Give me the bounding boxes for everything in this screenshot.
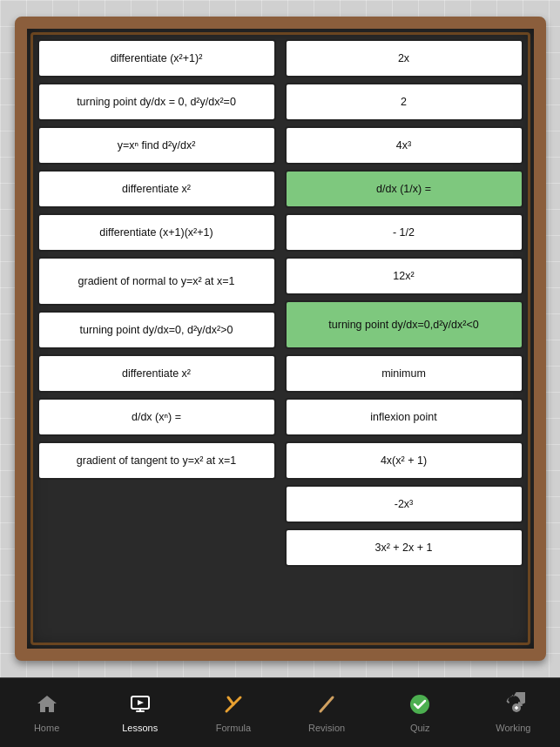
nav-quiz-label: Quiz [410,723,430,733]
nav-formula-label: Formula [216,723,251,733]
card-ddx-1overx[interactable]: d/dx (1/x) = [285,170,523,208]
svg-line-5 [228,697,233,704]
card-gradient-tangent[interactable]: gradient of tangent to y=x² at x=1 [37,441,276,480]
card-differentiate-product[interactable]: differentiate (x+1)(x²+1) [37,213,276,252]
card-gradient-normal[interactable]: gradient of normal to y=x² at x=1 [37,257,276,306]
working-icon [501,692,525,720]
formula-icon [221,692,246,720]
card-turning-point-conditions[interactable]: turning point dy/dx = 0, d²y/dx²=0 [37,83,276,121]
card-2[interactable]: 2 [285,83,523,121]
card-differentiate-x2-left2[interactable]: differentiate x² [37,354,276,393]
home-icon [35,692,59,720]
card-minimum[interactable]: minimum [285,354,523,393]
card-3x2-2x-1[interactable]: 3x² + 2x + 1 [285,528,523,567]
left-column: differentiate (x²+1)² turning point dy/d… [37,39,276,638]
chalkboard: differentiate (x²+1)² turning point dy/d… [15,17,546,661]
svg-line-6 [320,697,333,711]
card-ddx-xn[interactable]: d/dx (xⁿ) = [37,398,276,436]
nav-quiz[interactable]: Quiz [385,692,455,733]
nav-home-label: Home [34,723,59,733]
card-differentiate-x2-left[interactable]: differentiate x² [37,170,276,208]
card-neg2x3[interactable]: -2x³ [285,485,523,523]
nav-lessons-label: Lessons [122,723,158,733]
navbar: Home Lessons Formula Revision [0,677,560,747]
svg-marker-1 [138,700,144,705]
card-neg-half[interactable]: - 1/2 [285,213,523,252]
nav-working-label: Working [496,723,530,733]
quiz-icon [408,692,432,720]
card-2x[interactable]: 2x [285,39,523,77]
card-4x3[interactable]: 4x³ [285,126,523,165]
revision-icon [314,692,339,720]
card-turning-point-min[interactable]: turning point dy/dx=0, d²y/dx²>0 [37,311,276,349]
nav-formula[interactable]: Formula [199,692,268,733]
lessons-icon [128,692,152,720]
svg-point-7 [410,695,429,714]
nav-revision-label: Revision [308,723,345,733]
card-inflexion[interactable]: inflexion point [285,398,523,436]
card-12x2[interactable]: 12x² [285,257,523,295]
nav-revision[interactable]: Revision [292,692,361,733]
card-4x-product[interactable]: 4x(x² + 1) [285,441,523,480]
right-column: 2x 2 4x³ d/dx (1/x) = - 1/2 12x² turning… [285,39,523,638]
svg-rect-3 [139,709,141,711]
card-differentiate-x2plus1-sq[interactable]: differentiate (x²+1)² [37,39,276,77]
nav-working[interactable]: Working [478,692,548,733]
nav-home[interactable]: Home [12,692,82,733]
card-turning-point-max[interactable]: turning point dy/dx=0,d²y/dx²<0 [285,300,523,349]
nav-lessons[interactable]: Lessons [105,692,175,733]
card-yn-find-d2y[interactable]: y=xⁿ find d²y/dx² [37,126,276,165]
main-area: differentiate (x²+1)² turning point dy/d… [0,0,560,677]
